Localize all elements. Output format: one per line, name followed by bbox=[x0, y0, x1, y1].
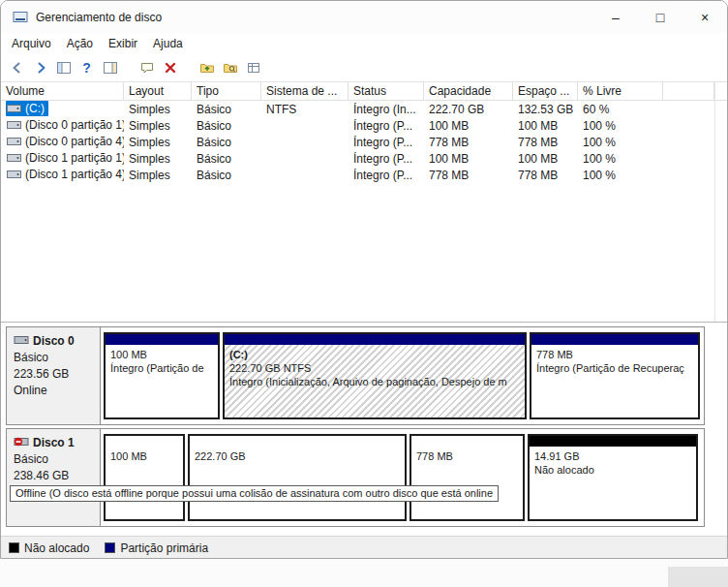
disk-offline-icon bbox=[14, 435, 29, 450]
rescan-disks-button[interactable] bbox=[136, 57, 158, 79]
disk-size: 223.56 GB bbox=[14, 367, 94, 382]
volume-cell: (Disco 0 partição 4) bbox=[1, 134, 124, 150]
unallocated-swatch-icon bbox=[9, 542, 19, 553]
partition-status: Íntegro (Partição de bbox=[110, 361, 213, 375]
column-tipo[interactable]: Tipo bbox=[192, 82, 261, 100]
delete-volume-button[interactable] bbox=[159, 57, 181, 79]
column-espaco[interactable]: Espaço ... bbox=[513, 82, 578, 100]
primary-partition-bar bbox=[531, 334, 698, 345]
volume-row[interactable]: (Disco 0 partição 4) Simples Básico Ínte… bbox=[1, 134, 727, 150]
volume-disk-icon bbox=[7, 119, 21, 131]
column-status[interactable]: Status bbox=[349, 82, 424, 100]
livre-cell: 60 % bbox=[578, 103, 663, 116]
show-console-tree-button[interactable] bbox=[52, 57, 75, 79]
explore-folder-button[interactable] bbox=[219, 57, 241, 79]
disk-drive-icon bbox=[14, 333, 29, 349]
forward-button[interactable] bbox=[29, 57, 51, 79]
volume-cell: (Disco 1 partição 1) bbox=[1, 150, 124, 167]
menu-view[interactable]: Exibir bbox=[101, 35, 145, 52]
partition-c[interactable]: (C:) 222.70 GB NTFS Íntegro (Inicializaç… bbox=[223, 332, 527, 419]
disk-size: 238.46 GB bbox=[14, 469, 94, 483]
unallocated-space[interactable]: 14.91 GB Não alocado bbox=[528, 434, 698, 521]
disk-0-panel[interactable]: Disco 0 Básico 223.56 GB Online bbox=[7, 327, 101, 424]
selected-volume-highlight: (C:) bbox=[6, 101, 48, 116]
disk-1-row: Disco 1 Básico 238.46 GB 100 MB 222.70 G… bbox=[6, 428, 705, 527]
properties-button[interactable] bbox=[242, 57, 264, 79]
volume-row-c[interactable]: (C:) Simples Básico NTFS Íntegro (In... … bbox=[1, 101, 727, 117]
minimize-button[interactable]: – bbox=[593, 1, 638, 33]
capacidade-cell: 778 MB bbox=[424, 136, 513, 149]
app-icon[interactable] bbox=[13, 10, 28, 25]
volume-row[interactable]: (Disco 1 partição 1) Simples Básico Ínte… bbox=[1, 150, 727, 167]
background-patch bbox=[668, 567, 728, 587]
layout-cell: Simples bbox=[124, 119, 192, 133]
help-button[interactable]: ? bbox=[76, 57, 98, 79]
livre-cell: 100 % bbox=[578, 136, 663, 149]
show-action-pane-button[interactable] bbox=[99, 57, 121, 79]
partition-system[interactable]: 100 MB Íntegro (Partição de bbox=[104, 332, 220, 419]
tipo-cell: Básico bbox=[192, 169, 261, 182]
volume-row[interactable]: (Disco 0 partição 1) Simples Básico Ínte… bbox=[1, 117, 727, 134]
menu-help[interactable]: Ajuda bbox=[145, 35, 191, 52]
disk-status: Online bbox=[14, 384, 94, 398]
toolbar: ? bbox=[1, 54, 727, 82]
help-icon: ? bbox=[82, 60, 91, 76]
disk-kind: Básico bbox=[14, 351, 94, 365]
espaco-cell: 100 MB bbox=[513, 119, 578, 133]
espaco-cell: 778 MB bbox=[513, 169, 578, 182]
partition-3[interactable]: 778 MB bbox=[410, 434, 525, 521]
livre-cell: 100 % bbox=[578, 169, 663, 182]
disk-1-panel[interactable]: Disco 1 Básico 238.46 GB bbox=[7, 429, 101, 526]
volume-list-header: Volume Layout Tipo Sistema de ... Status… bbox=[1, 82, 727, 101]
espaco-cell: 778 MB bbox=[513, 136, 578, 149]
partition-status: Não alocado bbox=[534, 463, 691, 477]
layout-cell: Simples bbox=[124, 103, 192, 116]
layout-cell: Simples bbox=[124, 136, 192, 149]
folder-up-icon bbox=[199, 60, 215, 76]
volume-cell: (Disco 1 partição 4) bbox=[1, 167, 124, 183]
partition-recovery[interactable]: 778 MB Íntegro (Partição de Recuperaç bbox=[530, 332, 700, 419]
partition-2[interactable]: 222.70 GB bbox=[188, 434, 407, 521]
delete-x-icon bbox=[163, 60, 178, 76]
status-cell: Íntegro (P... bbox=[349, 152, 424, 166]
disk-0-partitions: 100 MB Íntegro (Partição de (C:) 222.70 … bbox=[101, 327, 704, 424]
capacidade-cell: 222.70 GB bbox=[424, 103, 513, 116]
folder-search-icon bbox=[223, 60, 238, 76]
column-layout[interactable]: Layout bbox=[124, 82, 192, 100]
primary-partition-bar bbox=[106, 334, 218, 345]
graphical-view-pane: Disco 0 Básico 223.56 GB Online 100 MB Í… bbox=[1, 323, 727, 536]
partition-1[interactable]: 100 MB bbox=[104, 434, 185, 521]
disk-kind: Básico bbox=[14, 452, 94, 467]
status-cell: Íntegro (P... bbox=[349, 169, 424, 182]
menu-file[interactable]: Arquivo bbox=[4, 35, 59, 52]
back-button[interactable] bbox=[6, 57, 28, 79]
partition-size: 100 MB bbox=[110, 449, 178, 463]
capacidade-cell: 100 MB bbox=[424, 152, 513, 166]
tipo-cell: Básico bbox=[192, 136, 261, 149]
disk-1-partitions: 100 MB 222.70 GB 778 MB bbox=[101, 429, 704, 526]
espaco-cell: 100 MB bbox=[513, 152, 578, 166]
menu-action[interactable]: Ação bbox=[59, 35, 101, 52]
tipo-cell: Básico bbox=[192, 152, 261, 166]
offline-status-tooltip: Offline (O disco está offline porque pos… bbox=[10, 485, 499, 502]
sistema-cell: NTFS bbox=[261, 103, 349, 116]
column-sistema[interactable]: Sistema de ... bbox=[261, 82, 349, 100]
list-right-edge bbox=[714, 82, 715, 322]
volume-disk-icon bbox=[7, 136, 21, 147]
close-button[interactable]: × bbox=[682, 1, 727, 33]
partition-status: Íntegro (Inicialização, Arquivo de pagin… bbox=[229, 375, 520, 388]
partition-size: 222.70 GB NTFS bbox=[229, 361, 520, 375]
partition-size: 222.70 GB bbox=[195, 449, 400, 463]
column-capacidade[interactable]: Capacidade bbox=[424, 82, 513, 100]
maximize-button[interactable]: □ bbox=[638, 1, 682, 33]
open-folder-button[interactable] bbox=[196, 57, 218, 79]
status-cell: Íntegro (In... bbox=[349, 103, 424, 116]
volume-cell: (C:) bbox=[1, 101, 124, 117]
unallocated-bar bbox=[530, 436, 696, 447]
volume-row[interactable]: (Disco 1 partição 4) Simples Básico Ínte… bbox=[1, 167, 727, 183]
partition-size: 14.91 GB bbox=[534, 449, 691, 463]
column-volume[interactable]: Volume bbox=[1, 82, 124, 100]
partition-bar bbox=[190, 436, 405, 447]
column-livre[interactable]: % Livre bbox=[578, 82, 663, 100]
tipo-cell: Básico bbox=[192, 119, 261, 133]
